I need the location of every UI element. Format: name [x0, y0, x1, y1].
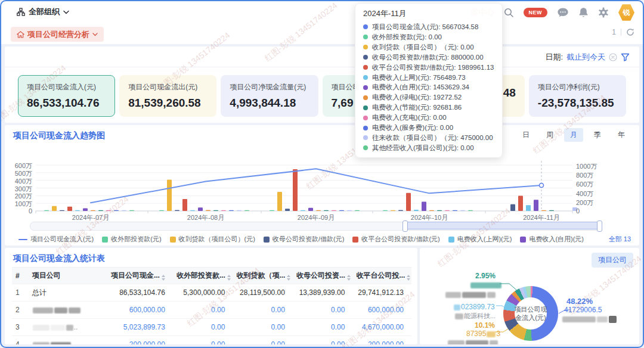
datazoom-handle-right[interactable]: [597, 220, 602, 232]
sort-icon[interactable]: [227, 275, 231, 281]
period-tab-年[interactable]: 年: [612, 128, 631, 142]
trend-chart[interactable]: 600万500万400万300万200万100万01000万800万600万40…: [5, 145, 639, 234]
value-cell[interactable]: 0.00: [233, 340, 293, 344]
period-tab-月[interactable]: 月: [564, 128, 583, 142]
table-row[interactable]: 2600,000.000.000.000.00600,000.00: [12, 302, 411, 319]
tooltip-item: 电费收入(自用)(元): 1453629.34: [363, 82, 494, 92]
donut-label-lightblue-name: 能源科技...: [454, 312, 496, 321]
sort-icon[interactable]: [407, 275, 410, 281]
value-cell[interactable]: 5,023,899.73: [85, 323, 173, 331]
table-row[interactable]: 4...200,000.000.000.000.00200,000.00: [12, 336, 411, 344]
x-axis-label: 2024年-08月: [170, 213, 242, 222]
sort-icon[interactable]: [287, 275, 290, 281]
table-header-cell[interactable]: 收母公司投资...: [293, 271, 353, 281]
kpi-card-2[interactable]: 项目公司现金流出(元)81,539,260.58: [119, 75, 216, 117]
value-cell[interactable]: 0.00: [293, 340, 353, 344]
donut-label-blue-value: 41729006.5: [564, 306, 602, 314]
value-cell[interactable]: 0.00: [293, 306, 353, 314]
table-row[interactable]: 1总计86,533,104.765,300,000.0028,119,500.0…: [12, 284, 411, 302]
search-icon[interactable]: [504, 8, 514, 18]
legend-item[interactable]: 收母公司投资款/借款(元): [264, 235, 344, 244]
company-cell: 总计: [29, 288, 85, 298]
period-tab-季[interactable]: 季: [588, 128, 607, 142]
trend-chart-title: 项目公司现金流入趋势图: [13, 130, 105, 141]
period-tab-周[interactable]: 周: [540, 128, 559, 142]
value-cell[interactable]: 600,000.00: [352, 306, 411, 314]
tooltip-title: 2024年-11月: [363, 8, 494, 19]
value-cell[interactable]: 0.00: [233, 306, 293, 314]
value-cell: 13,389,939.00: [293, 288, 353, 297]
value-cell: 28,119,500.00: [233, 288, 293, 297]
org-selector[interactable]: 全部组织: [17, 7, 69, 17]
value-cell[interactable]: 0.00: [173, 306, 233, 314]
series-dot: [363, 24, 368, 29]
value-cell: 29,741,912.13: [352, 288, 411, 297]
filter-funnel-icon[interactable]: [621, 53, 630, 61]
clear-filter-icon[interactable]: [609, 53, 617, 61]
series-dot: [363, 55, 368, 60]
message-icon[interactable]: [557, 7, 569, 18]
legend-item[interactable]: 收外部投资款(元): [102, 235, 161, 244]
legend-item[interactable]: 电费收入(上网)(元): [448, 235, 512, 244]
kpi-card-6[interactable]: 项目公司净利润(元)-23,578,135.85: [529, 75, 626, 117]
legend-swatch: [448, 237, 454, 243]
top-bar: 全部组织 案中心 NEW 锐: [0, 0, 644, 26]
series-dot: [363, 105, 368, 110]
y-axis-tick-left: 0: [7, 207, 32, 215]
kpi-label: 项目公司现金流入(元): [27, 82, 106, 92]
y-axis-tick-right: 200万: [576, 198, 593, 207]
donut-label-name-redacted: [445, 290, 496, 299]
value-cell[interactable]: 0.00: [233, 323, 293, 331]
datazoom-handle-left[interactable]: [402, 220, 408, 232]
new-badge[interactable]: NEW: [524, 8, 548, 17]
tooltip-item: 电费收入(充电)(元): 0.00: [363, 113, 494, 123]
value-cell[interactable]: 0.00: [173, 323, 233, 331]
table-header-cell[interactable]: 项目公司现金...: [85, 271, 173, 281]
tooltip-item: 收母公司投资款/借款(元): 880000.00: [363, 52, 494, 63]
value-cell[interactable]: 600,000.00: [85, 306, 173, 314]
table-header-row: #项目公司项目公司现金...收外部投资款...收到贷款（项...收母公司投资..…: [12, 267, 411, 284]
refresh-icon[interactable]: [626, 28, 634, 36]
value-cell[interactable]: 200,000.00: [85, 340, 173, 344]
tab-project-company-analysis[interactable]: 项目公司经营分析: [11, 27, 104, 42]
sort-icon[interactable]: [347, 275, 351, 281]
table-panel: 项目公司现金流入统计表 #项目公司项目公司现金...收外部投资款...收到贷款（…: [5, 248, 417, 344]
legend-show-all-link[interactable]: 全部 13: [609, 235, 631, 244]
date-filter-value[interactable]: 截止到今天: [566, 52, 605, 63]
kpi-card-1[interactable]: 项目公司现金流入(元)86,533,104.76: [18, 75, 115, 117]
legend-swatch: [264, 237, 270, 243]
table-header-cell[interactable]: 收外部投资款...: [173, 271, 233, 281]
table-row[interactable]: 3..5,023,899.730.000.000.004,670,000.00: [12, 319, 411, 336]
tooltip-item: 收外部投资款(元): 0.00: [363, 32, 494, 42]
kpi-label: 项目公司净利润(元): [538, 82, 617, 92]
tooltip-item: 电费收入(上网)(元): 756489.73: [363, 73, 494, 83]
series-dot: [363, 135, 368, 140]
table-header-cell[interactable]: 收平台公司投...: [352, 271, 411, 281]
legend-swatch: [520, 237, 526, 243]
table-header-cell[interactable]: 收到贷款（项...: [233, 271, 293, 281]
dimension-tag[interactable]: 项目公司: [592, 253, 633, 268]
donut-center-label: 项目公司现金流入(元): [512, 300, 550, 327]
kpi-value: 86,533,104.76: [27, 97, 106, 110]
company-cell: ...: [29, 340, 85, 344]
bell-icon[interactable]: [578, 7, 589, 18]
value-cell[interactable]: 200,000.00: [352, 340, 411, 344]
legend-item[interactable]: 收到贷款（项目公司）(元): [170, 235, 255, 244]
value-cell[interactable]: 0.00: [173, 340, 233, 344]
avatar[interactable]: 锐: [618, 4, 634, 21]
org-tree-icon: [17, 8, 25, 16]
legend-item[interactable]: 电费收入(自用)(元): [520, 235, 584, 244]
table-header-cell: 项目公司: [29, 271, 85, 281]
sort-icon[interactable]: [162, 275, 165, 281]
value-cell[interactable]: 4,670,000.00: [352, 323, 411, 331]
value-cell[interactable]: 0.00: [293, 323, 353, 331]
tooltip-item: 电费收入(节能)(元): 92681.86: [363, 102, 494, 113]
legend-item[interactable]: 项目公司现金流入(元): [18, 235, 94, 244]
legend-swatch: [102, 237, 108, 243]
donut-label-teal-pct: 2.95%: [475, 272, 496, 280]
kpi-card-3[interactable]: 项目公司净现金流量(元)4,993,844.18: [221, 75, 318, 117]
datazoom-selection[interactable]: [404, 222, 599, 229]
legend-item[interactable]: 收平台公司投资款/借款(元): [352, 235, 439, 244]
gear-icon[interactable]: [598, 7, 609, 18]
period-tab-日[interactable]: 日: [516, 128, 535, 142]
